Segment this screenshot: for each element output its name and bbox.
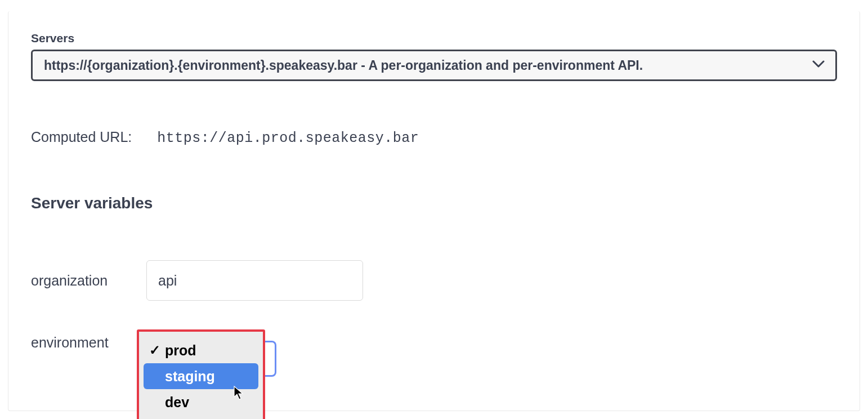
computed-url-row: Computed URL: https://api.prod.speakeasy…: [31, 129, 837, 146]
dropdown-item-label: dev: [165, 394, 189, 411]
organization-label: organization: [31, 273, 146, 289]
servers-label: Servers: [31, 32, 837, 45]
dropdown-item-dev[interactable]: dev: [144, 389, 258, 415]
dropdown-item-label: prod: [165, 342, 196, 359]
environment-label: environment: [31, 335, 146, 351]
servers-panel: Servers https://{organization}.{environm…: [8, 11, 860, 411]
dropdown-item-staging[interactable]: staging: [144, 363, 258, 389]
server-select-wrapper: https://{organization}.{environment}.spe…: [31, 50, 837, 81]
server-select[interactable]: https://{organization}.{environment}.spe…: [31, 50, 837, 81]
environment-dropdown-menu[interactable]: ✓ prod staging dev: [137, 329, 265, 419]
dropdown-item-prod[interactable]: ✓ prod: [144, 337, 258, 363]
dropdown-item-label: staging: [165, 368, 215, 385]
computed-url-value: https://api.prod.speakeasy.bar: [157, 130, 419, 146]
server-variables-heading: Server variables: [31, 194, 837, 212]
checkmark-icon: ✓: [149, 342, 165, 358]
organization-input[interactable]: [146, 260, 363, 301]
computed-url-label: Computed URL:: [31, 129, 132, 145]
variable-row-organization: organization: [31, 260, 837, 301]
